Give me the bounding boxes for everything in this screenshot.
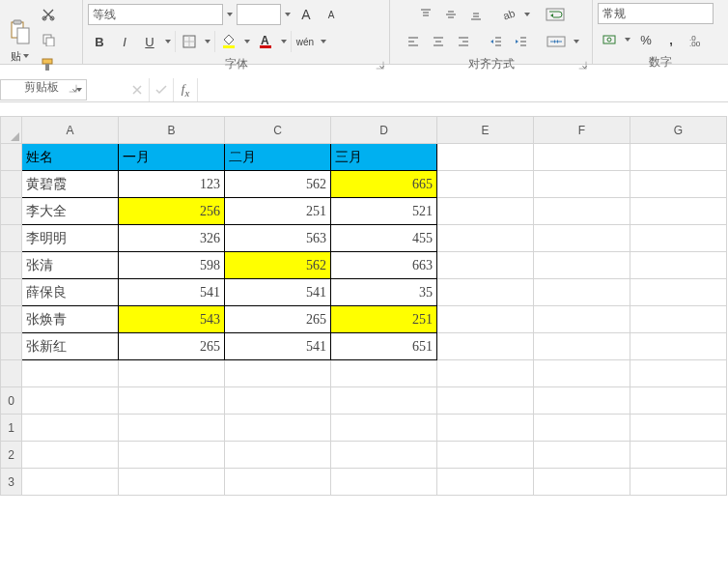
worksheet-grid[interactable]: ABCDEFG 姓名一月二月三月黄碧霞123562665李大全256251521…: [0, 116, 728, 496]
cell[interactable]: [225, 469, 331, 496]
cell[interactable]: [225, 415, 331, 442]
comma-button[interactable]: ,: [659, 28, 683, 51]
align-left-button[interactable]: [402, 30, 425, 53]
row-header[interactable]: [1, 333, 22, 360]
increase-indent-button[interactable]: [510, 30, 533, 53]
column-header[interactable]: C: [225, 117, 331, 144]
row-header[interactable]: [1, 225, 22, 252]
cell[interactable]: [119, 469, 225, 496]
grow-font-button[interactable]: A: [294, 3, 318, 26]
cell[interactable]: [534, 144, 630, 171]
cell[interactable]: 521: [331, 198, 437, 225]
cell[interactable]: 251: [331, 306, 437, 333]
column-header[interactable]: B: [119, 117, 225, 144]
cell[interactable]: [437, 171, 534, 198]
cell[interactable]: 二月: [225, 144, 331, 171]
font-size-dropdown[interactable]: [283, 13, 293, 16]
row-header[interactable]: 3: [1, 469, 22, 496]
paste-button[interactable]: [5, 16, 34, 47]
cell[interactable]: 326: [119, 225, 225, 252]
cell[interactable]: [630, 415, 727, 442]
cell[interactable]: [630, 306, 727, 333]
cell[interactable]: [534, 469, 630, 496]
cell[interactable]: [22, 387, 119, 415]
orientation-button[interactable]: ab: [497, 3, 520, 26]
cell[interactable]: [437, 306, 534, 333]
cell[interactable]: [437, 415, 534, 442]
column-header[interactable]: E: [437, 117, 534, 144]
cell[interactable]: [225, 387, 331, 415]
font-name-dropdown[interactable]: [225, 13, 235, 16]
cell[interactable]: 251: [225, 198, 331, 225]
cell[interactable]: [331, 415, 437, 442]
cell[interactable]: [331, 442, 437, 469]
shrink-font-button[interactable]: A: [320, 3, 343, 26]
merge-dropdown[interactable]: [572, 40, 581, 43]
cell[interactable]: [22, 415, 119, 442]
underline-dropdown[interactable]: [163, 40, 173, 43]
row-header[interactable]: [1, 360, 22, 387]
cell[interactable]: [630, 442, 727, 469]
italic-button[interactable]: I: [113, 30, 136, 53]
cut-button[interactable]: [37, 3, 60, 26]
align-top-button[interactable]: [414, 3, 437, 26]
cell[interactable]: 35: [331, 279, 437, 306]
cell[interactable]: [225, 442, 331, 469]
cell[interactable]: 651: [331, 333, 437, 360]
underline-button[interactable]: U: [138, 30, 161, 53]
phonetic-dropdown[interactable]: [319, 40, 328, 43]
align-bottom-button[interactable]: [464, 3, 488, 26]
align-middle-button[interactable]: [439, 3, 462, 26]
percent-button[interactable]: %: [634, 28, 658, 51]
cell[interactable]: [437, 198, 534, 225]
cell[interactable]: [534, 333, 630, 360]
wrap-text-button[interactable]: [542, 3, 569, 26]
cell[interactable]: [437, 387, 534, 415]
column-header[interactable]: F: [534, 117, 630, 144]
cell[interactable]: [119, 387, 225, 415]
cell[interactable]: 三月: [331, 144, 437, 171]
row-header[interactable]: 0: [1, 387, 22, 415]
cell[interactable]: [630, 252, 727, 279]
cell[interactable]: [119, 360, 225, 387]
border-button[interactable]: [178, 30, 201, 53]
cell[interactable]: 张焕青: [22, 306, 119, 333]
cell[interactable]: 541: [225, 333, 331, 360]
font-dialog-launcher[interactable]: [377, 62, 384, 70]
cell[interactable]: [437, 225, 534, 252]
cell[interactable]: 563: [225, 225, 331, 252]
cell[interactable]: 265: [119, 333, 225, 360]
cell[interactable]: 256: [119, 198, 225, 225]
cell[interactable]: [534, 171, 630, 198]
cell[interactable]: [22, 442, 119, 469]
cell[interactable]: [119, 442, 225, 469]
cell[interactable]: [534, 198, 630, 225]
cell[interactable]: [534, 252, 630, 279]
cell[interactable]: [534, 442, 630, 469]
cell[interactable]: [22, 360, 119, 387]
select-all-corner[interactable]: [1, 117, 22, 144]
cell[interactable]: [437, 333, 534, 360]
row-header[interactable]: 2: [1, 442, 22, 469]
accounting-dropdown[interactable]: [623, 38, 632, 42]
cell[interactable]: [119, 415, 225, 442]
align-dialog-launcher[interactable]: [579, 62, 587, 70]
row-header[interactable]: [1, 198, 22, 225]
cell[interactable]: [630, 469, 727, 496]
column-header[interactable]: G: [630, 117, 727, 144]
cell[interactable]: [630, 225, 727, 252]
cell[interactable]: [630, 360, 727, 387]
enter-formula-button[interactable]: [150, 78, 174, 101]
bold-button[interactable]: B: [88, 30, 111, 53]
fill-color-button[interactable]: [217, 30, 240, 53]
number-format-select[interactable]: 常规: [598, 3, 714, 24]
cell[interactable]: 543: [119, 306, 225, 333]
cell[interactable]: 455: [331, 225, 437, 252]
cell[interactable]: [534, 279, 630, 306]
cell[interactable]: 薛保良: [22, 279, 119, 306]
row-header[interactable]: [1, 171, 22, 198]
cell[interactable]: 123: [119, 171, 225, 198]
row-header[interactable]: [1, 252, 22, 279]
copy-button[interactable]: [37, 28, 60, 51]
insert-function-button[interactable]: fx: [174, 78, 198, 101]
